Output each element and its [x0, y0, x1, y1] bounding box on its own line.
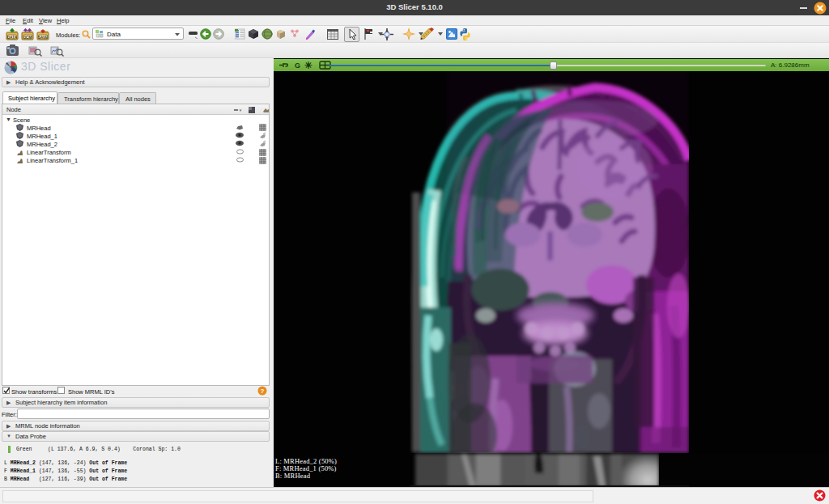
svg-text:DATA: DATA — [7, 36, 18, 40]
svg-text:?: ? — [261, 388, 265, 395]
svg-text:G: G — [295, 61, 300, 70]
svg-text:SAVE: SAVE — [38, 36, 48, 40]
svg-text:DCM: DCM — [23, 36, 32, 40]
